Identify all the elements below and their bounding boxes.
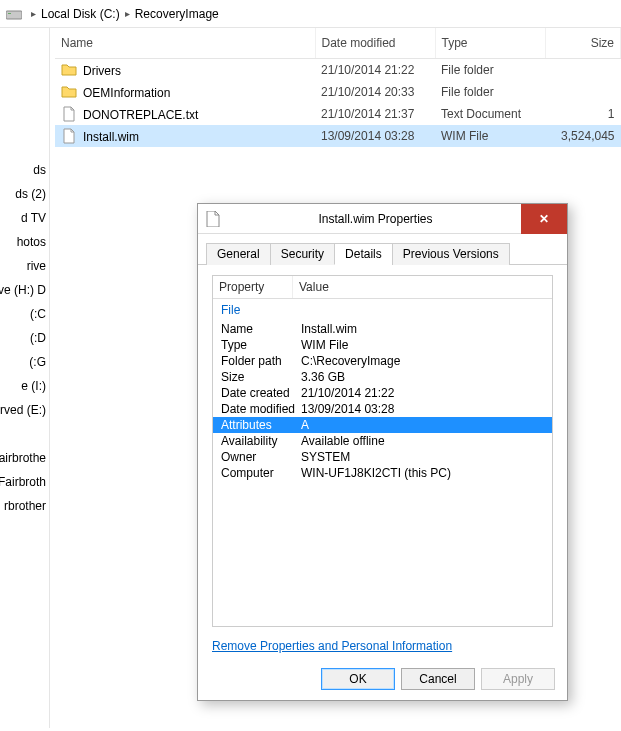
property-key: Computer [221,466,301,480]
property-key: Folder path [221,354,301,368]
property-value: 13/09/2014 03:28 [301,402,544,416]
table-row[interactable]: Install.wim13/09/2014 03:28WIM File3,524… [55,125,621,147]
nav-item[interactable]: e (I:) [0,374,49,398]
property-row[interactable]: NameInstall.wim [213,321,552,337]
header-value[interactable]: Value [293,276,335,298]
column-headers[interactable]: Name Date modified Type Size [55,28,621,59]
property-row[interactable]: Size3.36 GB [213,369,552,385]
nav-item[interactable]: ve (H:) D [0,278,49,302]
chevron-right-icon: ▸ [125,8,130,19]
dialog-title: Install.wim Properties [230,212,521,226]
svg-rect-1 [8,13,11,14]
titlebar[interactable]: Install.wim Properties ✕ [198,204,567,234]
breadcrumb-folder[interactable]: RecoveryImage [135,7,219,21]
property-list[interactable]: Property Value File NameInstall.wimTypeW… [212,275,553,627]
nav-item[interactable]: ds [0,158,49,182]
file-icon [61,106,77,122]
svg-rect-0 [6,11,22,19]
nav-item[interactable]: rbrother [0,494,49,518]
property-key: Size [221,370,301,384]
tab-previous-versions[interactable]: Previous Versions [392,243,510,265]
property-row[interactable]: AttributesA [213,417,552,433]
property-row[interactable]: Date modified13/09/2014 03:28 [213,401,552,417]
nav-item[interactable]: C:) [0,302,49,326]
property-key: Attributes [221,418,301,432]
table-row[interactable]: Drivers21/10/2014 21:22File folder [55,59,621,82]
cancel-button[interactable]: Cancel [401,668,475,690]
navigation-pane[interactable]: dsds (2)d TVhotosriveve (H:) DC:)D:)G:)e… [0,28,50,728]
property-row[interactable]: TypeWIM File [213,337,552,353]
breadcrumb-disk[interactable]: Local Disk (C:) [41,7,120,21]
nav-item[interactable] [0,422,49,446]
property-row[interactable]: OwnerSYSTEM [213,449,552,465]
property-value: WIN-UF1J8KI2CTI (this PC) [301,466,544,480]
nav-item[interactable]: ds (2) [0,182,49,206]
col-size[interactable]: Size [545,28,621,59]
nav-item[interactable]: d TV [0,206,49,230]
nav-item[interactable]: hotos [0,230,49,254]
property-key: Date created [221,386,301,400]
property-key: Availability [221,434,301,448]
tab-general[interactable]: General [206,243,271,265]
close-button[interactable]: ✕ [521,204,567,234]
property-key: Date modified [221,402,301,416]
property-value: SYSTEM [301,450,544,464]
property-value: C:\RecoveryImage [301,354,544,368]
nav-item[interactable]: Fairbroth [0,470,49,494]
property-key: Name [221,322,301,336]
properties-dialog: Install.wim Properties ✕ GeneralSecurity… [197,203,568,701]
property-row[interactable]: AvailabilityAvailable offline [213,433,552,449]
nav-item[interactable]: G:) [0,350,49,374]
property-key: Type [221,338,301,352]
file-icon [61,128,77,144]
property-value: WIM File [301,338,544,352]
table-row[interactable]: DONOTREPLACE.txt21/10/2014 21:37Text Doc… [55,103,621,125]
disk-icon [6,7,22,21]
folder-icon [61,62,77,78]
property-key: Owner [221,450,301,464]
property-value: 21/10/2014 21:22 [301,386,544,400]
header-property[interactable]: Property [213,276,293,298]
file-icon [206,211,220,227]
property-value: A [301,418,544,432]
tab-security[interactable]: Security [270,243,335,265]
nav-item[interactable]: rved (E:) [0,398,49,422]
col-type[interactable]: Type [435,28,545,59]
tab-details[interactable]: Details [334,243,393,265]
property-row[interactable]: Folder pathC:\RecoveryImage [213,353,552,369]
file-list: Name Date modified Type Size Drivers21/1… [55,28,621,147]
remove-properties-link[interactable]: Remove Properties and Personal Informati… [212,639,452,653]
property-value: Available offline [301,434,544,448]
property-value: 3.36 GB [301,370,544,384]
col-date[interactable]: Date modified [315,28,435,59]
property-row[interactable]: Date created21/10/2014 21:22 [213,385,552,401]
close-icon: ✕ [539,212,549,226]
chevron-right-icon: ▸ [31,8,36,19]
nav-item[interactable]: Fairbrothe [0,446,49,470]
col-name[interactable]: Name [55,28,315,59]
nav-item[interactable]: D:) [0,326,49,350]
group-file: File [213,299,552,321]
table-row[interactable]: OEMInformation21/10/2014 20:33File folde… [55,81,621,103]
ok-button[interactable]: OK [321,668,395,690]
apply-button[interactable]: Apply [481,668,555,690]
breadcrumb[interactable]: ▸ Local Disk (C:) ▸ RecoveryImage [0,0,621,28]
property-row[interactable]: ComputerWIN-UF1J8KI2CTI (this PC) [213,465,552,481]
folder-icon [61,84,77,100]
property-value: Install.wim [301,322,544,336]
tab-strip: GeneralSecurityDetailsPrevious Versions [198,234,567,265]
nav-item[interactable]: rive [0,254,49,278]
